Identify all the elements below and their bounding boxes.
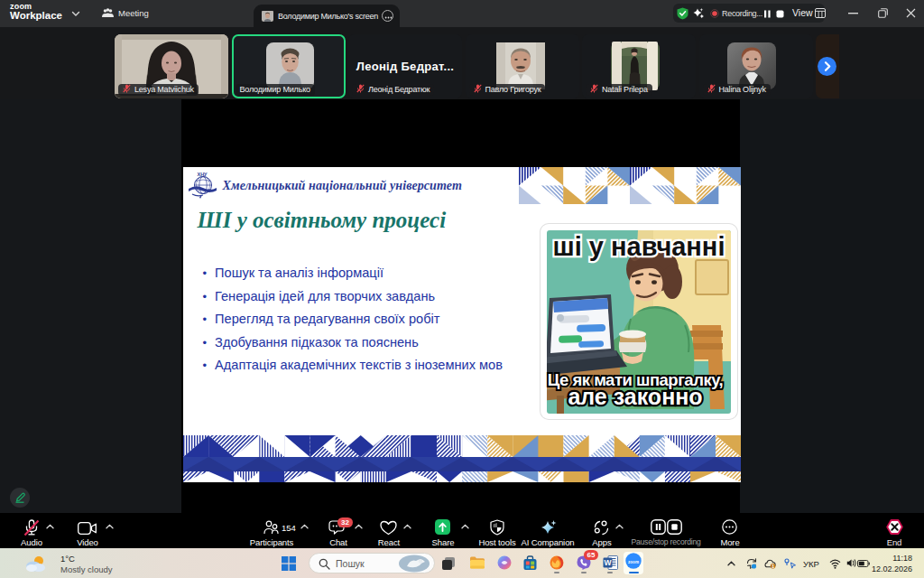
svg-text:1: 1 bbox=[772, 563, 774, 568]
svg-text:але законно: але законно bbox=[568, 384, 702, 409]
svg-text:zoom: zoom bbox=[628, 560, 639, 564]
svg-text:W: W bbox=[604, 558, 612, 567]
svg-text:ші у навчанні: ші у навчанні bbox=[553, 232, 725, 261]
